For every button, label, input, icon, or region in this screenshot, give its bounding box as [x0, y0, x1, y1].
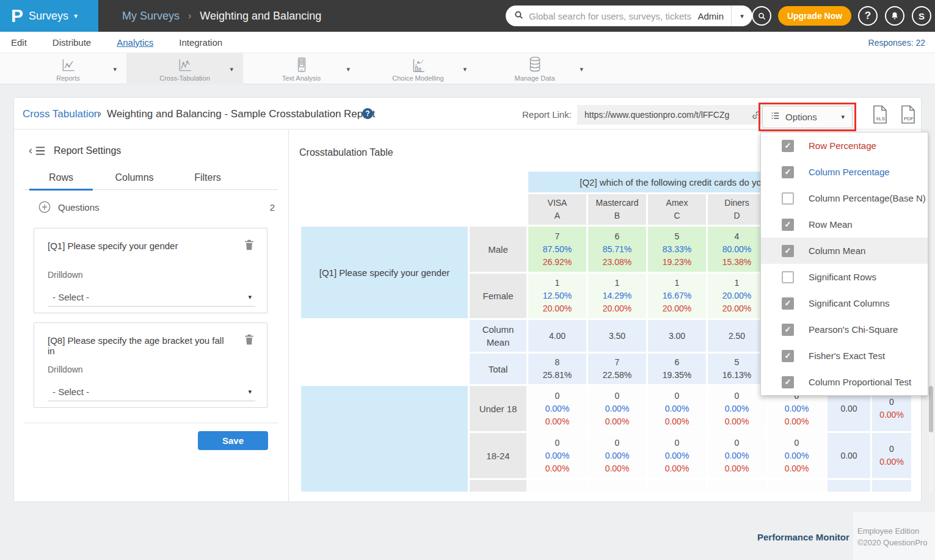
option-significant-rows[interactable]: Significant Rows	[761, 264, 928, 290]
table-cell: 00.00%0.00%	[588, 386, 646, 431]
breadcrumb-my-surveys[interactable]: My Surveys	[122, 10, 180, 23]
cell-value: B	[588, 209, 646, 222]
tab-rows[interactable]: Rows	[24, 170, 98, 189]
nav-item-distribute[interactable]: Distribute	[53, 37, 91, 48]
delete-question-icon[interactable]	[244, 333, 255, 348]
global-search-input[interactable]	[529, 11, 693, 21]
cross-tabulation-breadcrumb-link[interactable]: Cross Tabulation	[23, 108, 100, 120]
toolbar-item-cross-tabulation[interactable]: Cross-Tabulation▾	[126, 53, 243, 84]
option-column-percentage[interactable]: ✓Column Percentage	[761, 159, 928, 185]
toolbar-item-choice-modelling[interactable]: Choice Modelling▾	[360, 53, 476, 84]
chevron-down-icon[interactable]: ▾	[346, 65, 350, 73]
cell-value: 0	[872, 443, 911, 456]
checkbox-checked-icon[interactable]: ✓	[782, 219, 794, 231]
notifications-button[interactable]	[885, 6, 904, 26]
chevron-down-icon: ▾	[740, 13, 744, 20]
surveys-product-menu[interactable]: P Surveys ▾	[0, 0, 98, 32]
cell-value: 0	[588, 390, 646, 402]
chevron-down-icon[interactable]: ▾	[463, 65, 467, 73]
cell-value: A	[528, 209, 586, 222]
cell-value: VISA	[528, 197, 586, 209]
cell-value: 0.00%	[648, 415, 706, 428]
table-cell: 00.00%0.00%	[768, 433, 826, 478]
report-link-input[interactable]	[577, 110, 746, 120]
cell-value: 0	[588, 437, 646, 449]
collapse-panel-icon[interactable]: ‹	[29, 144, 46, 157]
option-pearson-s-chi-square[interactable]: ✓Pearson's Chi-Square	[761, 316, 928, 343]
cell-value: 0.00%	[768, 449, 826, 462]
checkbox-checked-icon[interactable]: ✓	[782, 297, 794, 310]
toolbar-item-label: Choice Modelling	[392, 75, 443, 82]
cell-value: 20.00%	[648, 302, 706, 315]
help-button[interactable]: ?	[858, 6, 878, 26]
cell-value: 0.00%	[648, 449, 706, 462]
cell-value: 0.00%	[768, 415, 826, 428]
cell-value: 0	[708, 390, 766, 402]
option-row-percentage[interactable]: ✓Row Percentage	[761, 133, 928, 159]
option-column-percentage-base-n-[interactable]: Column Percentage(Base N)	[761, 185, 928, 211]
row-total-cell: 00.00%	[872, 433, 911, 478]
report-help-icon[interactable]: ?	[362, 108, 373, 119]
search-scope-dropdown-button[interactable]: ▾	[732, 5, 752, 26]
toolbar-item-reports[interactable]: Reports▾	[10, 53, 126, 84]
option-column-mean[interactable]: ✓Column Mean	[761, 238, 928, 264]
upgrade-now-button[interactable]: Upgrade Now	[778, 6, 851, 26]
cell-value: 6	[648, 356, 706, 369]
checkbox-unchecked-icon[interactable]	[782, 192, 794, 205]
delete-question-icon[interactable]	[244, 239, 255, 253]
nav-item-analytics[interactable]: Analytics	[117, 37, 153, 48]
tab-filters[interactable]: Filters	[171, 170, 244, 189]
drilldown-select[interactable]: - Select -▾	[48, 288, 255, 307]
checkbox-checked-icon[interactable]: ✓	[782, 140, 794, 152]
checkbox-checked-icon[interactable]: ✓	[782, 166, 794, 178]
checkbox-checked-icon[interactable]: ✓	[782, 376, 794, 388]
nav-item-integration[interactable]: Integration	[179, 37, 222, 48]
table-scrollbar-track[interactable]	[929, 134, 933, 492]
toolbar-item-text-analysis[interactable]: Text Analysis▾	[243, 53, 360, 84]
cell-value: 7	[528, 230, 586, 243]
breadcrumb-current-page: Weighting and Balancing	[200, 10, 321, 23]
option-row-mean[interactable]: ✓Row Mean	[761, 211, 928, 238]
table-cell: 112.50%20.00%	[528, 274, 586, 318]
drilldown-label: Drilldown	[48, 365, 83, 374]
cell-value: 0.00%	[768, 462, 826, 475]
option-significant-columns[interactable]: ✓Significant Columns	[761, 290, 928, 316]
tab-columns[interactable]: Columns	[98, 170, 171, 189]
option-label: Pearson's Chi-Square	[809, 324, 898, 335]
options-button[interactable]: Options ▾	[762, 106, 853, 128]
chevron-down-icon[interactable]: ▾	[113, 65, 117, 73]
search-scope-admin[interactable]: Admin	[693, 11, 731, 21]
chevron-down-icon: ▾	[841, 114, 845, 120]
chevron-down-icon[interactable]: ▾	[580, 65, 583, 73]
checkbox-unchecked-icon[interactable]	[782, 271, 794, 283]
option-column-proportional-test[interactable]: ✓Column Proportional Test	[761, 369, 928, 395]
cell-value: 1	[708, 277, 766, 289]
checkbox-checked-icon[interactable]: ✓	[782, 350, 794, 362]
option-fisher-s-exact-test[interactable]: ✓Fisher's Exact Test	[761, 343, 928, 369]
cell-value: 19.23%	[648, 256, 706, 269]
table-cell: 00.00%0.00%	[648, 433, 706, 478]
table-cell: 00.00%0.00%	[528, 433, 586, 478]
row-label-cell: Female	[470, 274, 526, 318]
list-icon	[770, 111, 780, 123]
add-question-button[interactable]	[38, 200, 51, 214]
toolbar-item-manage-data[interactable]: Manage Data▾	[476, 53, 593, 84]
save-button[interactable]: Save	[198, 431, 268, 450]
cell-value: 85.71%	[588, 243, 646, 256]
question-card-title: [Q1] Please specify your gender	[48, 241, 231, 251]
table-scrollbar-thumb[interactable]	[929, 386, 933, 432]
export-pdf-button[interactable]: PDF	[900, 105, 916, 126]
export-xls-button[interactable]: XLS	[872, 105, 888, 126]
pdf-label: PDF	[904, 116, 914, 122]
nav-item-edit[interactable]: Edit	[11, 37, 27, 48]
user-avatar[interactable]: S	[912, 6, 931, 26]
checkbox-checked-icon[interactable]: ✓	[782, 245, 794, 257]
search-submit-button[interactable]	[752, 6, 771, 26]
row-label-cell: Under 18	[470, 386, 526, 431]
cell-value: 2.50	[708, 330, 766, 343]
performance-monitor-link[interactable]: Performance Monitor	[757, 532, 850, 542]
row-total-cell	[872, 480, 911, 492]
chevron-down-icon[interactable]: ▾	[230, 65, 233, 73]
drilldown-select[interactable]: - Select -▾	[48, 383, 255, 401]
checkbox-checked-icon[interactable]: ✓	[782, 324, 794, 336]
